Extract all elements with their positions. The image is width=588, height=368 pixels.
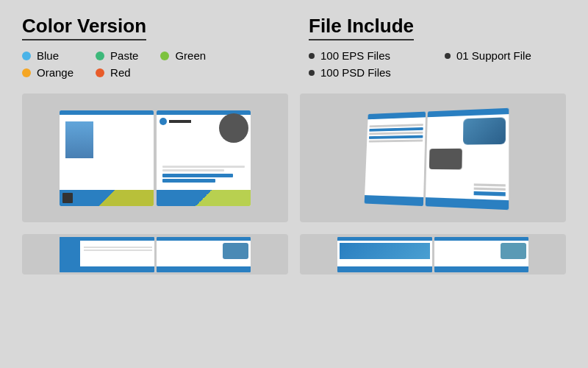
color-item-green: Green (160, 49, 206, 62)
b2-left-page (365, 111, 426, 205)
orange-dot (22, 68, 31, 77)
b2-right-page (425, 107, 509, 209)
text-line-2 (162, 169, 224, 171)
b2-t3 (474, 191, 506, 196)
brochure-tilted (365, 107, 509, 209)
bullet-1 (445, 53, 451, 59)
b2-line-5 (369, 139, 423, 142)
color-item-red: Red (96, 66, 138, 79)
brochure-right-page (157, 110, 251, 206)
bottom-gradient-bar (60, 190, 154, 206)
text-line-3 (162, 174, 233, 177)
blue-label: Blue (37, 49, 59, 62)
bb-page-right-2 (434, 237, 529, 272)
b2-team-img (429, 148, 462, 169)
text-line-4 (162, 179, 215, 183)
color-item-paste: Paste (96, 49, 138, 62)
file-item-0: 100 EPS Files (309, 49, 430, 62)
file-list: 100 EPS Files 01 Support File 100 PSD Fi… (309, 49, 566, 79)
b2-header-right (427, 107, 509, 116)
green-label: Green (175, 49, 206, 62)
brochure-text-lines (159, 164, 248, 184)
main-container: Color Version Blue Paste Green Orange (0, 0, 588, 289)
bb-stripe-3 (337, 237, 432, 241)
color-grid: Blue Paste Green Orange Red (22, 49, 206, 79)
right-text-area (159, 118, 248, 128)
b2-title-text (369, 122, 423, 144)
logo-dot (159, 118, 167, 125)
top-bar (60, 110, 154, 115)
bb-hero-img (340, 243, 430, 259)
b2-footer-right (425, 197, 509, 210)
bottom-card-1[interactable] (22, 234, 288, 275)
paste-dot (96, 52, 104, 60)
b2-line-1 (370, 124, 423, 127)
b2-t1 (474, 183, 506, 186)
bb-page-left-2 (337, 237, 432, 272)
b2-line-3 (369, 131, 423, 135)
top-section: Color Version Blue Paste Green Orange (22, 15, 566, 79)
b2-city-img (463, 117, 506, 144)
bb-img-1 (223, 243, 248, 259)
color-item-blue: Blue (22, 49, 74, 62)
bb-page-right-1 (157, 237, 251, 272)
brochure-left-page (60, 110, 154, 206)
blue-dot (22, 52, 31, 60)
color-version-section: Color Version Blue Paste Green Orange (22, 15, 279, 79)
bottom-card-2[interactable] (300, 234, 566, 275)
orange-label: Orange (37, 66, 74, 79)
file-item-1: 01 Support File (445, 49, 566, 62)
b2-text-area (474, 182, 506, 197)
red-label: Red (110, 66, 131, 79)
bb-stripe-2 (157, 237, 251, 241)
color-item-orange: Orange (22, 66, 74, 79)
bb-bottom-2 (157, 266, 251, 272)
file-include-section: File Include 100 EPS Files 01 Support Fi… (309, 15, 566, 79)
bb-bottom-4 (434, 266, 529, 272)
b2-header-left (368, 111, 425, 119)
bb-text-1 (82, 241, 154, 251)
green-dot (160, 52, 169, 60)
bottom-brochure-2 (337, 237, 528, 272)
bb-l2 (84, 250, 152, 251)
bb-img-2 (501, 243, 526, 259)
b2-t2 (474, 187, 506, 190)
bullet-0 (309, 53, 315, 59)
b2-line-2 (369, 127, 423, 131)
thumbnail-card-2[interactable] (300, 93, 566, 222)
bottom-bar-right (157, 190, 251, 206)
b2-footer-left (365, 195, 423, 206)
paste-label: Paste (110, 49, 138, 62)
text-line-1 (162, 166, 245, 168)
img-block-city (65, 121, 93, 158)
b2-line-4 (369, 135, 423, 138)
bb-stripe-4 (434, 237, 529, 241)
bb-bottom-3 (337, 266, 432, 272)
file-item-2: 100 PSD Files (309, 66, 430, 79)
bullet-2 (309, 70, 315, 76)
color-version-title: Color Version (22, 15, 146, 40)
bb-l1 (84, 247, 152, 248)
qr-code (62, 193, 73, 203)
bottom-thumbnails (22, 234, 566, 275)
thumbnails-section (22, 93, 566, 222)
thumbnail-card-1[interactable] (22, 93, 288, 222)
bottom-brochure-1 (60, 237, 251, 272)
brochure-tilted-wrapper (345, 103, 521, 213)
file-label-2: 100 PSD Files (320, 66, 391, 79)
bb-bottom-1 (60, 266, 154, 272)
logo-text (169, 120, 191, 123)
file-include-title: File Include (309, 15, 414, 40)
bb-page-left-1 (60, 237, 154, 272)
file-label-0: 100 EPS Files (320, 49, 390, 62)
brochure-flat (60, 110, 251, 206)
file-label-1: 01 Support File (456, 49, 531, 62)
red-dot (96, 68, 104, 77)
